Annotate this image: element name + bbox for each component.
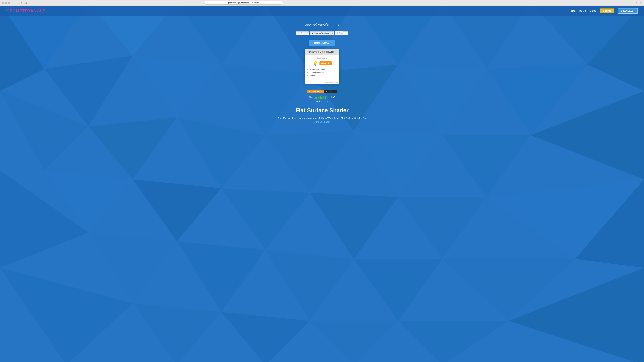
fork-icon: ⑂: [298, 32, 299, 34]
browser-back-button[interactable]: ‹: [11, 1, 14, 4]
fps-bar-9: [320, 96, 320, 99]
nav-logo[interactable]: GEOMETRYANGLE: [6, 8, 46, 13]
fps-bar-14: [323, 96, 323, 99]
feature-text-3: No fees: [310, 75, 316, 76]
fps-label: FPS: [309, 96, 312, 98]
fps-bar-8: [319, 97, 319, 99]
check-icon-3: ✓: [307, 74, 308, 76]
svg-marker-24: [442, 135, 531, 197]
fps-bar-19: [326, 96, 326, 99]
fork-count: 8: [306, 31, 309, 35]
follow-text: Follow @TritonCode: [314, 32, 329, 34]
github-follow-button[interactable]: ● Follow @TritonCode 0: [310, 31, 334, 35]
fps-container: FPS 30.2: [3, 95, 641, 99]
donate-label: Donate Bitcoin: [311, 91, 322, 92]
star-text: Star: [339, 32, 342, 34]
fps-bar-6: [318, 97, 318, 99]
fps-bar-17: [324, 97, 325, 99]
follow-label: ● Follow @TritonCode: [310, 31, 331, 35]
fps-bar-5: [317, 96, 318, 99]
bitcoin-text: bitcoin: [324, 62, 330, 64]
main-content: geometryangle.min.js ⑂ ⑂ Fork 8 ● Follow…: [0, 16, 644, 130]
github-fork-button[interactable]: ⑂ ⑂ Fork 8: [296, 31, 309, 35]
browser-share-button[interactable]: ⇧: [634, 1, 638, 4]
fps-bar-3: [316, 97, 316, 99]
fps-bar-12: [321, 97, 322, 99]
merchant-header: MINTEDMERCHANT: [305, 49, 339, 55]
merchant-features: ✓ Maximised Revenue ✓ Instant Withdrawal…: [307, 68, 337, 77]
svg-marker-32: [354, 259, 442, 321]
fps-bar-16: [324, 97, 324, 99]
bitcoin-icon: ₿: [309, 91, 310, 92]
svg-marker-21: [221, 188, 310, 250]
svg-marker-20: [266, 131, 354, 193]
fps-bar-18: [325, 96, 326, 99]
nav-links: HOME DEMO DOCS DONATE DOWNLOAD ▸: [569, 8, 638, 14]
fork-label: ⑂ ⑂ Fork: [296, 31, 306, 35]
check-icon-2: ✓: [307, 71, 308, 73]
fps-bar-7: [318, 97, 319, 99]
bitcoin-badge: ⊙ bitcoin: [320, 61, 332, 65]
fps-bar-13: [322, 96, 322, 99]
github-icon: ●: [312, 32, 313, 34]
section-desc-text: This JQuery plugin is an adaptation of M…: [278, 117, 362, 119]
browser-btn-minimize[interactable]: [5, 2, 7, 4]
svg-marker-22: [354, 131, 442, 197]
fps-bar-11: [321, 96, 321, 99]
download-nav-button[interactable]: DOWNLOAD ▸: [618, 8, 638, 14]
nav-link-home[interactable]: HOME: [569, 10, 576, 12]
svg-marker-35: [0, 268, 133, 362]
browser-btn-maximize[interactable]: [8, 2, 10, 4]
nav-link-demo[interactable]: DEMO: [580, 10, 586, 12]
svg-marker-31: [266, 250, 354, 321]
browser-reader-button[interactable]: ▣: [24, 1, 28, 4]
svg-marker-25: [398, 197, 486, 259]
donate-button[interactable]: DONATE: [600, 8, 614, 13]
section-title: Flat Surface Shader: [3, 107, 641, 114]
section-description: This JQuery plugin is an adaptation of M…: [275, 116, 369, 124]
browser-url-bar[interactable]: geometryangle.tritoncode.com/#demo: [204, 1, 283, 4]
fps-bar-15: [323, 96, 324, 99]
fps-bar-10: [320, 96, 320, 99]
browser-add-button[interactable]: +: [639, 1, 642, 4]
bitcoin-symbol: ⊙: [321, 62, 323, 64]
svg-marker-30: [177, 241, 266, 312]
browser-refresh-button[interactable]: ↻: [20, 1, 23, 4]
btc-amount: 0.0004 BTC: [324, 90, 337, 93]
svg-marker-39: [398, 321, 509, 362]
merchant-body: Small website 💡 ⊙ bitcoin ✓ Maximised Re…: [305, 55, 339, 81]
page-wrapper: GEOMETRYANGLE HOME DEMO DOCS DONATE DOWN…: [0, 6, 644, 130]
fps-bar-2: [315, 97, 316, 99]
nav-link-docs[interactable]: DOCS: [590, 10, 596, 12]
svg-marker-37: [221, 312, 310, 362]
browser-btn-close[interactable]: [2, 2, 4, 4]
donate-bitcoin-button[interactable]: ₿ Donate Bitcoin: [307, 90, 324, 93]
svg-marker-36: [133, 303, 221, 362]
svg-marker-29: [88, 232, 177, 303]
fps-bar-4: [316, 97, 317, 99]
github-star-button[interactable]: ★ Star 53: [335, 31, 348, 35]
vertices-text: 440 vertices: [3, 100, 641, 102]
merchant-title: MINTEDMERCHANT: [306, 51, 338, 53]
fps-bar-0: [314, 99, 314, 99]
svg-marker-38: [310, 321, 398, 362]
navbar: GEOMETRYANGLE HOME DEMO DOCS DONATE DOWN…: [0, 6, 644, 16]
github-buttons: ⑂ ⑂ Fork 8 ● Follow @TritonCode 0 ★ Star…: [3, 31, 641, 35]
star-label: ★ Star: [335, 31, 344, 35]
check-icon-1: ✓: [307, 68, 308, 70]
star-count: 53: [344, 31, 348, 35]
browser-chrome: ‹ › ↻ ▣ geometryangle.tritoncode.com/#de…: [0, 0, 644, 6]
fork-text: ⑂ Fork: [299, 32, 304, 34]
star-icon: ★: [336, 32, 338, 34]
download-main-button[interactable]: DOWNLOAD: [309, 39, 335, 46]
merchant-icons: 💡 ⊙ bitcoin: [307, 61, 337, 66]
merchant-footer: Powered by MintedMerchant: [305, 81, 339, 84]
follow-count: 0: [331, 31, 334, 35]
fps-bars: [314, 96, 326, 99]
fps-bar-1: [314, 98, 315, 99]
browser-forward-button[interactable]: ›: [16, 1, 19, 4]
svg-marker-23: [310, 193, 398, 259]
svg-marker-19: [133, 179, 221, 241]
donate-bar: ₿ Donate Bitcoin 0.0004 BTC: [3, 90, 641, 93]
fps-value: 30.2: [328, 95, 335, 99]
